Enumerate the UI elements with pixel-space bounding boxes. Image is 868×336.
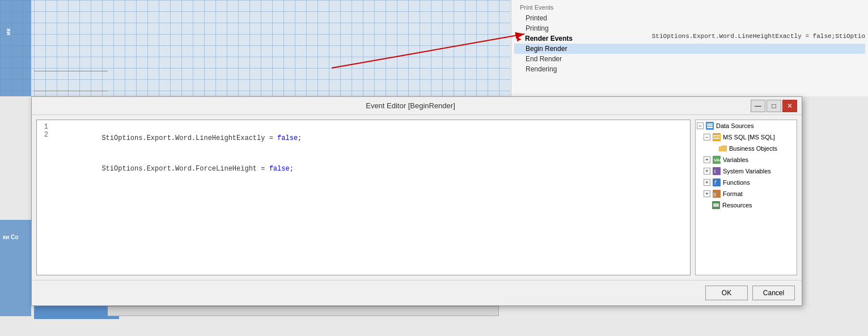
expand-datasources[interactable]: − — [697, 122, 704, 129]
end-render-item[interactable]: End Render — [514, 54, 865, 64]
dialog-title: Event Editor [BeginRender] — [70, 101, 751, 110]
expand-functions[interactable]: + — [704, 179, 710, 186]
svg-text:VAR: VAR — [714, 158, 721, 163]
expand-sysvars[interactable]: + — [704, 168, 710, 175]
code-editor[interactable]: 1 2 StiOptions.Export.Word.LineHeightExa… — [36, 120, 691, 275]
tree-system-vars[interactable]: + Σ System Variables — [696, 165, 797, 177]
dialog-body: 1 2 StiOptions.Export.Word.LineHeightExa… — [32, 115, 802, 280]
line-numbers: 1 2 — [40, 123, 48, 184]
code-lines: StiOptions.Export.Word.LineHeightExactly… — [53, 123, 687, 184]
report-grid — [0, 0, 510, 96]
printed-item[interactable]: Printed — [514, 13, 865, 23]
code-keyword-2: false — [269, 165, 290, 173]
code-text-2a: StiOptions.Export.Word.ForceLineHeight = — [101, 165, 269, 173]
resources-label: Resources — [722, 202, 752, 209]
event-editor-dialog: Event Editor [BeginRender] — □ ✕ 1 2 Sti… — [31, 96, 802, 306]
tree-datasources[interactable]: − Data Sources — [696, 120, 797, 131]
mssql-label: MS SQL [MS SQL] — [723, 134, 775, 141]
svg-rect-4 — [707, 125, 713, 126]
svg-rect-7 — [713, 135, 720, 136]
expand-variables[interactable]: + — [704, 156, 710, 163]
folder-icon-bo — [718, 144, 727, 153]
printing-item[interactable]: Printing — [514, 23, 865, 33]
cyrillic-label: ки Со — [3, 234, 18, 240]
db-icon — [705, 121, 714, 130]
dialog-footer: OK Cancel — [32, 280, 802, 305]
table-icon-mssql — [712, 133, 721, 142]
data-tree-panel: − Data Sources − MS SQL [MS SQL] Busi — [695, 120, 797, 275]
line-num-2: 2 — [40, 131, 48, 139]
svg-rect-8 — [713, 137, 720, 138]
business-objects-label: Business Objects — [729, 145, 777, 152]
minimize-button[interactable]: — — [751, 100, 765, 112]
svg-marker-10 — [719, 146, 727, 151]
scrollbar-thumb — [34, 306, 108, 316]
svg-rect-5 — [707, 127, 713, 128]
tree-functions[interactable]: + f Functions — [696, 177, 797, 188]
rendering-item[interactable]: Rendering — [514, 64, 865, 74]
tree-business-objects[interactable]: Business Objects — [696, 143, 797, 154]
system-variables-label: System Variables — [723, 168, 771, 175]
line-num-1: 1 — [40, 123, 48, 131]
code-text-1b: ; — [298, 134, 302, 142]
format-label: Format — [723, 190, 743, 197]
expand-mssql[interactable]: − — [704, 134, 710, 141]
close-button[interactable]: ✕ — [782, 100, 797, 112]
cancel-button[interactable]: Cancel — [752, 286, 795, 300]
print-events-header: Print Events — [514, 3, 865, 12]
format-icon: ||| — [712, 189, 721, 198]
svg-rect-9 — [713, 138, 720, 139]
resources-icon — [712, 201, 721, 210]
functions-label: Functions — [723, 179, 750, 186]
code-line-1: StiOptions.Export.Word.LineHeightExactly… — [53, 123, 687, 154]
ok-button[interactable]: OK — [705, 286, 748, 300]
events-panel: Print Events Printed Printing ▶ Render E… — [511, 0, 868, 96]
dialog-controls: — □ ✕ — [751, 100, 797, 112]
svg-rect-20 — [713, 203, 719, 207]
left-stripe — [0, 0, 31, 96]
func-icon: f — [712, 178, 721, 187]
report-area: ик — [0, 0, 510, 96]
begin-render-item[interactable]: Begin Render — [514, 44, 865, 54]
var-icon: VAR — [712, 155, 721, 164]
tree-variables[interactable]: + VAR Variables — [696, 154, 797, 165]
tree-resources[interactable]: Resources — [696, 199, 797, 211]
dialog-titlebar: Event Editor [BeginRender] — □ ✕ — [32, 97, 802, 115]
expand-format[interactable]: + — [704, 190, 710, 197]
tree-format[interactable]: + ||| Format — [696, 188, 797, 199]
tree-mssql[interactable]: − MS SQL [MS SQL] — [696, 131, 797, 143]
svg-rect-3 — [707, 124, 713, 125]
code-annotation: StiOptions.Export.Word.LineHeightExactly… — [652, 33, 868, 40]
variables-label: Variables — [723, 156, 748, 163]
svg-text:Σ: Σ — [714, 169, 717, 173]
sysvar-icon: Σ — [712, 167, 721, 176]
h-line-2 — [34, 91, 108, 91]
code-keyword-1: false — [277, 134, 298, 142]
code-content: 1 2 StiOptions.Export.Word.LineHeightExa… — [37, 120, 690, 187]
h-line-1 — [34, 71, 108, 71]
code-text-1a: StiOptions.Export.Word.LineHeightExactly… — [101, 134, 277, 142]
svg-text:|||: ||| — [713, 192, 717, 197]
render-events-label: Render Events — [525, 35, 573, 42]
code-text-2b: ; — [290, 165, 294, 173]
code-line-2: StiOptions.Export.Word.ForceLineHeight =… — [53, 154, 687, 184]
label-ik: ик — [5, 28, 11, 35]
datasources-label: Data Sources — [716, 122, 754, 129]
restore-button[interactable]: □ — [767, 100, 781, 112]
